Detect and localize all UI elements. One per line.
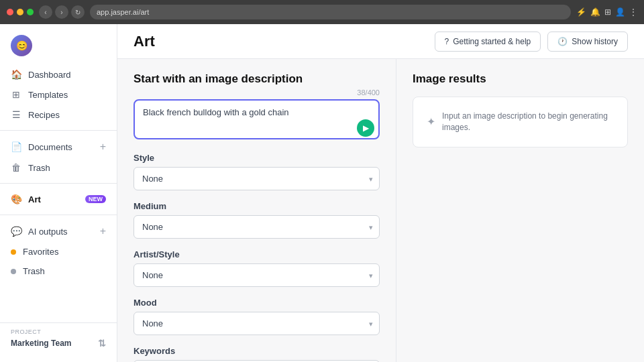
- browser-icon-1: ⚡: [576, 7, 586, 17]
- sidebar-label-favorites: Favorites: [23, 247, 106, 257]
- description-section-title: Start with an image description: [133, 72, 380, 86]
- sidebar-item-trash[interactable]: 🗑 Trash: [0, 158, 117, 178]
- project-name[interactable]: Marketing Team ⇅: [11, 338, 106, 349]
- mood-group: Mood None Happy Sad Dramatic Peaceful ▾: [133, 298, 380, 335]
- sidebar-item-art[interactable]: 🎨 Art NEW: [0, 189, 117, 209]
- close-dot[interactable]: [7, 9, 13, 15]
- browser-window-controls: [7, 9, 34, 15]
- description-textarea-wrapper: ▶: [133, 99, 380, 142]
- sidebar-divider-2: [0, 183, 117, 184]
- right-panel: Image results ✦ Input an image descripti…: [396, 59, 644, 362]
- show-history-button[interactable]: 🕐 Show history: [547, 32, 628, 52]
- style-select-wrapper: None Realistic Cartoon Abstract Watercol…: [133, 167, 380, 190]
- trash-icon: 🗑: [11, 162, 21, 173]
- top-bar: Art ? Getting started & help 🕐 Show hist…: [117, 24, 644, 59]
- char-count: 38/400: [133, 88, 380, 97]
- back-button[interactable]: ‹: [39, 5, 52, 19]
- results-title: Image results: [413, 72, 628, 86]
- logo-char: 😊: [16, 40, 28, 51]
- keywords-group: Keywords None ▾: [133, 346, 380, 362]
- medium-select[interactable]: None Oil Paint Watercolor Pencil Digital: [133, 215, 380, 239]
- templates-icon: ⊞: [11, 89, 21, 100]
- browser-icons: ⚡ 🔔 ⊞ 👤 ⋮: [576, 7, 637, 17]
- artist-select-wrapper: None Van Gogh Picasso Monet Banksy ▾: [133, 263, 380, 287]
- page-title: Art: [133, 33, 155, 50]
- mood-select[interactable]: None Happy Sad Dramatic Peaceful: [133, 312, 380, 335]
- description-textarea[interactable]: [133, 99, 380, 139]
- project-section-label: PROJECT: [11, 328, 106, 335]
- sidebar-item-recipes[interactable]: ☰ Recipes: [0, 105, 117, 125]
- sidebar-label-trash2: Trash: [23, 266, 106, 276]
- app-container: 😊 🏠 Dashboard ⊞ Templates ☰ Recipes 📄: [0, 24, 644, 362]
- sidebar-bottom: PROJECT Marketing Team ⇅: [0, 322, 117, 354]
- mood-label: Mood: [133, 298, 380, 308]
- results-placeholder: ✦ Input an image description to begin ge…: [413, 97, 628, 147]
- send-icon: ▶: [363, 123, 369, 133]
- art-new-badge: NEW: [85, 195, 106, 203]
- send-button[interactable]: ▶: [357, 119, 374, 137]
- ai-outputs-icon: 💬: [11, 226, 21, 237]
- style-label: Style: [133, 153, 380, 163]
- forward-button[interactable]: ›: [55, 5, 68, 19]
- sidebar-label-templates: Templates: [28, 90, 106, 100]
- artist-style-label: Artist/Style: [133, 249, 380, 259]
- favorites-dot: [11, 249, 16, 255]
- sidebar-label-ai-outputs: AI outputs: [28, 227, 93, 237]
- documents-add-icon[interactable]: +: [100, 141, 106, 153]
- browser-chrome: ‹ › ↻ app.jasper.ai/art ⚡ 🔔 ⊞ 👤 ⋮: [0, 0, 644, 24]
- sidebar-label-documents: Documents: [28, 142, 93, 152]
- left-panel: Start with an image description 38/400 ▶…: [117, 59, 396, 362]
- sidebar-divider-3: [0, 215, 117, 215]
- browser-icon-3: ⊞: [604, 7, 611, 17]
- sidebar-label-trash: Trash: [28, 163, 106, 173]
- main-content: Art ? Getting started & help 🕐 Show hist…: [117, 24, 644, 362]
- project-switcher-icon[interactable]: ⇅: [98, 338, 106, 349]
- reload-button[interactable]: ↻: [71, 5, 85, 19]
- sidebar-nav: 🏠 Dashboard ⊞ Templates ☰ Recipes 📄 Docu…: [0, 64, 117, 322]
- mood-select-wrapper: None Happy Sad Dramatic Peaceful ▾: [133, 312, 380, 335]
- sidebar: 😊 🏠 Dashboard ⊞ Templates ☰ Recipes 📄: [0, 24, 117, 362]
- placeholder-sparkle-icon: ✦: [427, 115, 435, 128]
- ai-outputs-add-icon[interactable]: +: [100, 225, 106, 237]
- sidebar-label-recipes: Recipes: [28, 110, 106, 120]
- style-select[interactable]: None Realistic Cartoon Abstract Watercol…: [133, 167, 380, 190]
- maximize-dot[interactable]: [27, 9, 34, 15]
- medium-select-wrapper: None Oil Paint Watercolor Pencil Digital…: [133, 215, 380, 239]
- address-bar[interactable]: app.jasper.ai/art: [90, 5, 571, 19]
- recipes-icon: ☰: [11, 109, 21, 120]
- getting-started-button[interactable]: ? Getting started & help: [435, 32, 541, 52]
- help-icon: ?: [445, 37, 449, 46]
- sidebar-item-ai-outputs[interactable]: 💬 AI outputs +: [0, 221, 117, 242]
- logo-icon: 😊: [11, 35, 32, 56]
- sidebar-item-documents[interactable]: 📄 Documents +: [0, 136, 117, 158]
- sidebar-logo: 😊: [0, 32, 117, 64]
- keywords-label: Keywords: [133, 346, 380, 356]
- sidebar-divider-1: [0, 130, 117, 131]
- trash2-dot: [11, 269, 16, 274]
- top-bar-actions: ? Getting started & help 🕐 Show history: [435, 32, 628, 52]
- sidebar-item-favorites[interactable]: Favorites: [0, 242, 117, 261]
- placeholder-text: Input an image description to begin gene…: [442, 111, 614, 133]
- browser-icon-4: 👤: [615, 7, 625, 17]
- art-icon: 🎨: [11, 194, 21, 204]
- sidebar-item-templates[interactable]: ⊞ Templates: [0, 84, 117, 105]
- content-area: Start with an image description 38/400 ▶…: [117, 59, 644, 362]
- browser-icon-5: ⋮: [629, 7, 637, 17]
- history-icon: 🕐: [557, 37, 568, 46]
- sidebar-item-dashboard[interactable]: 🏠 Dashboard: [0, 64, 117, 84]
- medium-label: Medium: [133, 201, 380, 211]
- style-group: Style None Realistic Cartoon Abstract Wa…: [133, 153, 380, 190]
- sidebar-label-art: Art: [28, 194, 76, 204]
- documents-icon: 📄: [11, 141, 21, 152]
- dashboard-icon: 🏠: [11, 69, 21, 80]
- sidebar-item-trash2[interactable]: Trash: [0, 261, 117, 281]
- minimize-dot[interactable]: [17, 9, 23, 15]
- medium-group: Medium None Oil Paint Watercolor Pencil …: [133, 201, 380, 239]
- artist-select[interactable]: None Van Gogh Picasso Monet Banksy: [133, 263, 380, 287]
- artist-style-group: Artist/Style None Van Gogh Picasso Monet…: [133, 249, 380, 287]
- browser-nav-buttons: ‹ › ↻: [39, 5, 85, 19]
- sidebar-label-dashboard: Dashboard: [28, 70, 106, 80]
- browser-icon-2: 🔔: [590, 7, 600, 17]
